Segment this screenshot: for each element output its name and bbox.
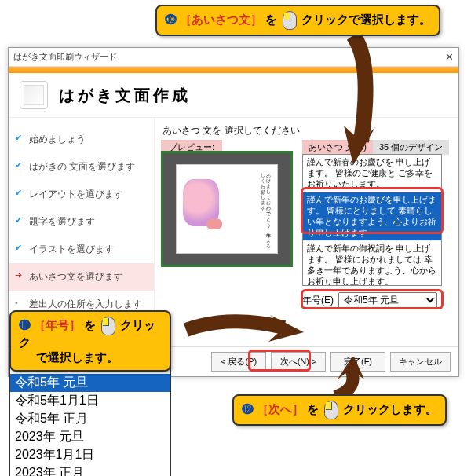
dropdown-option[interactable]: 令和5年 正月 — [10, 410, 170, 428]
preview-box: あけましておめでとう 本年もよろしくお願いします — [161, 151, 293, 267]
callout-10: ⓾ ［あいさつ文］ を クリックで選択します。 — [155, 5, 440, 36]
mouse-icon — [283, 11, 297, 30]
bracket-text: ［あいさつ文］ — [180, 13, 262, 26]
step-item[interactable]: ✔はがきの 文面を選びます — [9, 153, 154, 181]
bracket-text: ［次へ］ — [257, 402, 304, 416]
header-icon — [20, 81, 48, 109]
list-header: あいさつ 文(G) 35 個のデザイン — [302, 140, 449, 155]
step-item[interactable]: ✔題字を選びます — [9, 208, 154, 236]
year-dropdown-open[interactable]: (なし) 令和5年 元旦 令和5年1月1日 令和5年 正月 2023年 元旦 2… — [9, 355, 171, 476]
finish-button[interactable]: 完了(F) — [330, 352, 385, 372]
step-item-active[interactable]: ➜あいさつ文を選びます — [9, 263, 154, 291]
callout-11: ⓫ ［年号］ を クリック で選択します。 — [9, 310, 171, 372]
close-icon[interactable]: ✕ — [445, 51, 454, 63]
postcard-preview: あけましておめでとう 本年もよろしくお願いします — [176, 164, 278, 254]
accent-strip — [9, 67, 458, 73]
dropdown-option-selected[interactable]: 令和5年 元旦 — [10, 374, 170, 392]
list-item[interactable]: 謹んで新春のお慶びを 申し上げます。 皆様のご健康と ご多幸をお祈りいたします。 — [303, 155, 441, 192]
year-row: 年号(E) 令和5年 元旦 — [302, 292, 437, 308]
mouse-icon — [101, 317, 115, 335]
greeting-list[interactable]: 謹んで新春のお慶びを 申し上げます。 皆様のご健康と ご多幸をお祈りいたします。… — [302, 154, 442, 286]
year-select[interactable]: 令和5年 元旦 — [338, 292, 437, 308]
back-button[interactable]: < 戻る(P) — [211, 352, 266, 372]
step-number: ⓬ — [242, 402, 254, 416]
page-title: はがき文面作成 — [59, 85, 191, 106]
step-number: ⓫ — [19, 318, 31, 331]
cancel-button[interactable]: キャンセル — [390, 352, 451, 372]
mouse-icon — [324, 401, 338, 419]
prompt-text: あいさつ 文を 選択してください — [162, 124, 451, 137]
step-item[interactable]: ✔イラストを選びます — [9, 236, 154, 263]
card-text: あけましておめでとう 本年もよろしくお願いします — [219, 170, 271, 248]
dropdown-option[interactable]: 令和5年1月1日 — [10, 392, 170, 410]
illustration — [183, 179, 219, 226]
step-number: ⓾ — [165, 13, 177, 26]
year-label: 年号(E) — [302, 294, 334, 307]
dialog-title: はがき文面印刷ウィザード — [13, 51, 117, 63]
step-item[interactable]: ✔レイアウトを選びます — [9, 181, 154, 208]
callout-12: ⓬ ［次へ］ を クリックします。 — [232, 394, 447, 426]
list-item[interactable]: 謹んで新年の御祝詞を 申し上げます。 皆様におかれましては 幸多き一年であります… — [303, 241, 441, 286]
title-bar: はがき文面印刷ウィザード ✕ — [9, 48, 458, 67]
next-button[interactable]: 次へ(N) > — [271, 352, 326, 372]
list-item-selected[interactable]: 謹んで新年のお慶びを申し上げます。 皆様にとりまして 素晴らしい年となりますよう… — [303, 192, 441, 241]
step-item[interactable]: ✔始めましょう — [9, 126, 154, 153]
dropdown-option[interactable]: 2023年1月1日 — [10, 446, 170, 464]
dropdown-option[interactable]: 2023年 元旦 — [10, 428, 170, 446]
dropdown-option[interactable]: 2023年 正月 — [10, 464, 170, 476]
header: はがき文面作成 — [9, 73, 458, 118]
bracket-text: ［年号］ — [34, 318, 81, 331]
right-pane: あいさつ 文を 選択してください プレビュー: あけましておめでとう 本年もよろ… — [154, 118, 458, 353]
